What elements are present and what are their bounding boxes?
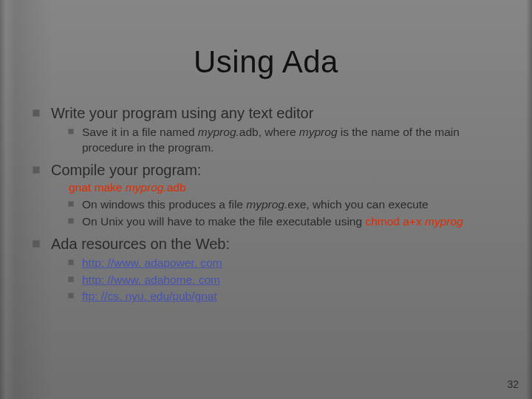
square-bullet-icon — [69, 277, 73, 282]
square-bullet-icon — [69, 129, 73, 134]
filename: myprog. — [198, 126, 239, 138]
point-compile-heading: Compile your program: — [51, 162, 201, 178]
compile-sub-windows: On windows this produces a file myprog.e… — [69, 197, 502, 213]
point-compile: Compile your program: gnat make myprog.a… — [33, 160, 502, 230]
link-adahome[interactable]: http: //www. adahome. com — [82, 273, 220, 286]
slide: Using Ada Write your program using any t… — [0, 0, 532, 399]
cmd-text: myprog. — [126, 181, 167, 194]
cmd-text: chmod a+x — [365, 215, 425, 228]
filename: myprog. — [246, 198, 287, 211]
cmd-text: adb — [167, 181, 186, 194]
filename: myprog — [299, 126, 338, 138]
slide-body: Write your program using any text editor… — [33, 103, 502, 309]
resource-link-item: ftp: //cs. nyu. edu/pub/gnat — [69, 289, 502, 304]
square-bullet-icon — [69, 260, 73, 265]
text: On Unix you will have to make the file e… — [82, 215, 365, 228]
square-bullet-icon — [33, 241, 39, 247]
text: exe, which you can execute — [287, 198, 428, 211]
resource-link-item: http: //www. adapower. com — [69, 256, 502, 271]
point-write: Write your program using any text editor… — [33, 103, 502, 156]
square-bullet-icon — [33, 110, 39, 116]
square-bullet-icon — [69, 202, 73, 206]
point-resources-heading: Ada resources on the Web: — [51, 236, 230, 252]
point-resources: Ada resources on the Web: http: //www. a… — [33, 234, 502, 305]
slide-title: Using Ada — [0, 44, 532, 80]
text: adb, where — [239, 126, 299, 138]
link-adapower[interactable]: http: //www. adapower. com — [82, 256, 222, 269]
compile-sub-unix: On Unix you will have to make the file e… — [69, 214, 502, 230]
square-bullet-icon — [69, 293, 73, 298]
compile-command: gnat make myprog.adb — [69, 180, 502, 196]
square-bullet-icon — [33, 167, 39, 173]
text: On windows this produces a file — [82, 198, 246, 211]
cmd-text: gnat make — [69, 181, 126, 194]
point-write-heading: Write your program using any text editor — [51, 105, 313, 121]
square-bullet-icon — [69, 219, 73, 223]
cmd-text: myprog — [425, 215, 463, 228]
resource-link-item: http: //www. adahome. com — [69, 273, 502, 288]
link-nyu-ftp[interactable]: ftp: //cs. nyu. edu/pub/gnat — [82, 290, 217, 302]
point-write-sub: Save it in a file named myprog.adb, wher… — [69, 125, 502, 156]
text: Save it in a file named — [82, 126, 198, 138]
page-number: 32 — [507, 378, 519, 390]
